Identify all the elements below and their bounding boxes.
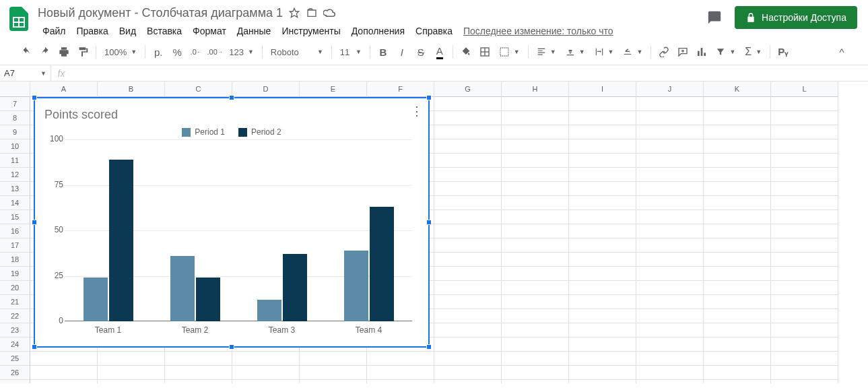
cell[interactable] <box>165 366 232 380</box>
font-dropdown[interactable]: Roboto▼ <box>267 43 327 61</box>
row-header[interactable]: 11 <box>0 154 30 168</box>
cell[interactable] <box>502 323 569 337</box>
cell[interactable] <box>636 196 704 210</box>
functions-button[interactable]: Σ▼ <box>741 43 766 61</box>
column-header[interactable]: I <box>569 82 636 97</box>
cell[interactable] <box>434 97 502 111</box>
link-button[interactable] <box>655 43 673 61</box>
cell[interactable] <box>704 366 771 380</box>
row-header[interactable]: 17 <box>0 238 30 253</box>
decrease-decimal-button[interactable]: .0← <box>187 43 205 61</box>
cell[interactable] <box>569 125 636 139</box>
comment-button[interactable] <box>674 43 692 61</box>
cell[interactable] <box>502 295 569 309</box>
cell[interactable] <box>636 380 704 383</box>
bold-button[interactable]: B <box>374 43 392 61</box>
menu-edit[interactable]: Правка <box>71 23 112 39</box>
undo-button[interactable] <box>18 43 35 61</box>
strikethrough-button[interactable]: S <box>412 43 430 61</box>
cell[interactable] <box>434 295 502 309</box>
cell[interactable] <box>771 267 838 281</box>
cell[interactable] <box>502 139 569 154</box>
cell[interactable] <box>98 380 165 383</box>
cell[interactable] <box>502 111 569 125</box>
cell[interactable] <box>569 323 636 337</box>
menu-format[interactable]: Формат <box>188 23 231 39</box>
cell[interactable] <box>367 366 434 380</box>
cell[interactable] <box>636 337 704 352</box>
row-header[interactable]: 20 <box>0 281 30 295</box>
resize-handle[interactable] <box>229 95 234 100</box>
row-header[interactable]: 27 <box>0 380 30 383</box>
column-header[interactable]: H <box>502 82 569 97</box>
cell[interactable] <box>502 253 569 267</box>
cell[interactable] <box>30 352 98 366</box>
cell[interactable] <box>771 111 838 125</box>
cell[interactable] <box>636 168 704 182</box>
column-header[interactable]: L <box>771 82 838 97</box>
cell[interactable] <box>502 168 569 182</box>
cell[interactable] <box>771 154 838 168</box>
cell[interactable] <box>771 337 838 352</box>
cell[interactable] <box>636 352 704 366</box>
cell[interactable] <box>434 182 502 196</box>
column-header[interactable]: B <box>98 82 165 97</box>
cell[interactable] <box>771 309 838 323</box>
v-align-button[interactable]: ▼ <box>562 43 589 61</box>
row-header[interactable]: 26 <box>0 366 30 380</box>
cell[interactable] <box>636 309 704 323</box>
resize-handle[interactable] <box>426 95 432 100</box>
row-header[interactable]: 18 <box>0 253 30 267</box>
resize-handle[interactable] <box>32 220 37 225</box>
sheets-logo[interactable] <box>5 5 32 32</box>
cell[interactable] <box>502 210 569 224</box>
cell[interactable] <box>569 196 636 210</box>
cell[interactable] <box>704 125 771 139</box>
collapse-toolbar-button[interactable]: ^ <box>833 43 850 61</box>
cell[interactable] <box>569 182 636 196</box>
cell[interactable] <box>771 97 838 111</box>
cell[interactable] <box>704 210 771 224</box>
cell[interactable] <box>771 238 838 253</box>
cell[interactable] <box>771 253 838 267</box>
column-header[interactable]: A <box>30 82 98 97</box>
cell[interactable] <box>704 337 771 352</box>
redo-button[interactable] <box>36 43 54 61</box>
cell[interactable] <box>434 139 502 154</box>
cell[interactable] <box>704 154 771 168</box>
cell[interactable] <box>569 380 636 383</box>
cell[interactable] <box>704 196 771 210</box>
cell[interactable] <box>434 380 502 383</box>
cell[interactable] <box>771 196 838 210</box>
row-header[interactable]: 22 <box>0 309 30 323</box>
cell[interactable] <box>434 168 502 182</box>
cell[interactable] <box>704 253 771 267</box>
cell[interactable] <box>502 97 569 111</box>
row-header[interactable]: 13 <box>0 182 30 196</box>
cell[interactable] <box>98 352 165 366</box>
resize-handle[interactable] <box>426 344 432 350</box>
row-header[interactable]: 14 <box>0 196 30 210</box>
row-header[interactable]: 23 <box>0 323 30 337</box>
cell[interactable] <box>502 380 569 383</box>
cloud-icon[interactable] <box>323 7 335 19</box>
cell[interactable] <box>232 380 300 383</box>
cell[interactable] <box>704 97 771 111</box>
addon-button[interactable]: Pᵧ <box>774 43 792 61</box>
cell[interactable] <box>98 366 165 380</box>
cell[interactable] <box>704 111 771 125</box>
cell[interactable] <box>502 352 569 366</box>
cell[interactable] <box>232 366 300 380</box>
cell[interactable] <box>636 323 704 337</box>
column-header[interactable]: F <box>367 82 434 97</box>
cell[interactable] <box>569 111 636 125</box>
h-align-button[interactable]: ▼ <box>533 43 560 61</box>
cell[interactable] <box>704 281 771 295</box>
cell[interactable] <box>502 182 569 196</box>
cell[interactable] <box>165 352 232 366</box>
chart-object[interactable]: ⋮ Points scored Period 1Period 2 0255075… <box>34 97 430 348</box>
cell[interactable] <box>771 125 838 139</box>
column-header[interactable]: G <box>434 82 502 97</box>
text-color-button[interactable]: A <box>431 43 448 61</box>
row-header[interactable]: 7 <box>0 97 30 111</box>
